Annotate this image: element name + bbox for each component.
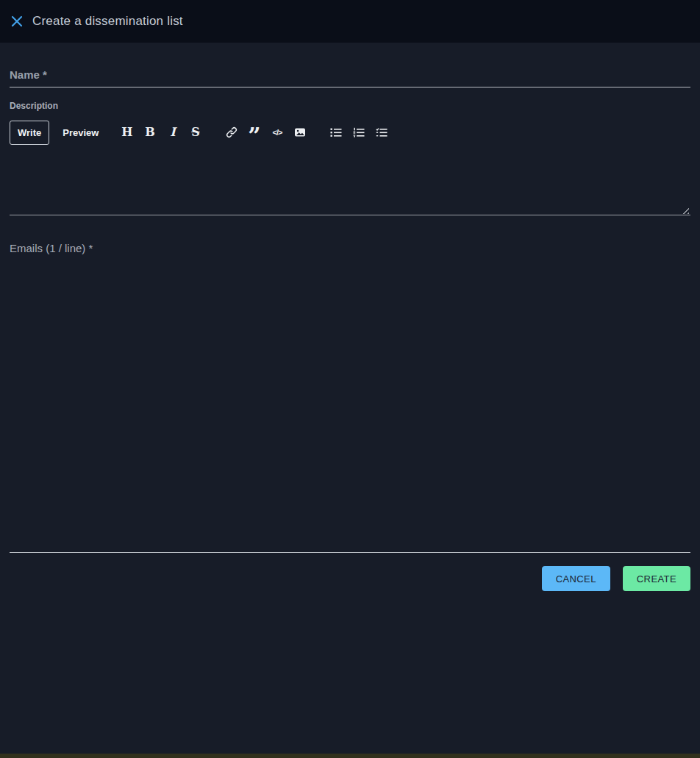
- heading-icon[interactable]: H: [121, 126, 133, 139]
- modal-body: Description Write Preview H B I S ” </>: [0, 67, 700, 591]
- bold-icon[interactable]: B: [143, 126, 156, 139]
- emails-label: Emails (1 / line) *: [10, 242, 690, 254]
- cancel-button[interactable]: CANCEL: [542, 566, 610, 591]
- ordered-list-icon[interactable]: [352, 126, 365, 139]
- create-button[interactable]: CREATE: [623, 566, 690, 591]
- text-format-group: H B I S: [121, 126, 201, 139]
- dialog-actions: CANCEL CREATE: [10, 566, 690, 591]
- task-list-icon[interactable]: [375, 126, 388, 139]
- markdown-toolbar: Write Preview H B I S ” </>: [10, 120, 690, 145]
- list-group: [329, 126, 388, 139]
- quote-icon[interactable]: ”: [248, 126, 260, 139]
- description-editor: [10, 145, 690, 215]
- unordered-list-icon[interactable]: [329, 126, 342, 139]
- modal-title: Create a dissemination list: [32, 14, 183, 29]
- image-icon[interactable]: [293, 126, 306, 139]
- code-icon[interactable]: </>: [271, 126, 283, 139]
- description-label: Description: [10, 101, 690, 111]
- name-input[interactable]: [10, 67, 690, 87]
- tab-preview[interactable]: Preview: [60, 121, 101, 144]
- link-icon[interactable]: [225, 126, 238, 139]
- description-textarea[interactable]: [10, 145, 690, 215]
- close-icon[interactable]: [9, 13, 25, 29]
- modal-header: Create a dissemination list: [0, 0, 700, 43]
- emails-textarea[interactable]: [10, 256, 690, 553]
- strikethrough-icon[interactable]: S: [189, 126, 201, 139]
- italic-icon[interactable]: I: [166, 126, 179, 139]
- tab-write[interactable]: Write: [10, 121, 49, 145]
- page-bottom-strip: [0, 754, 700, 758]
- insert-group: ” </>: [225, 126, 306, 139]
